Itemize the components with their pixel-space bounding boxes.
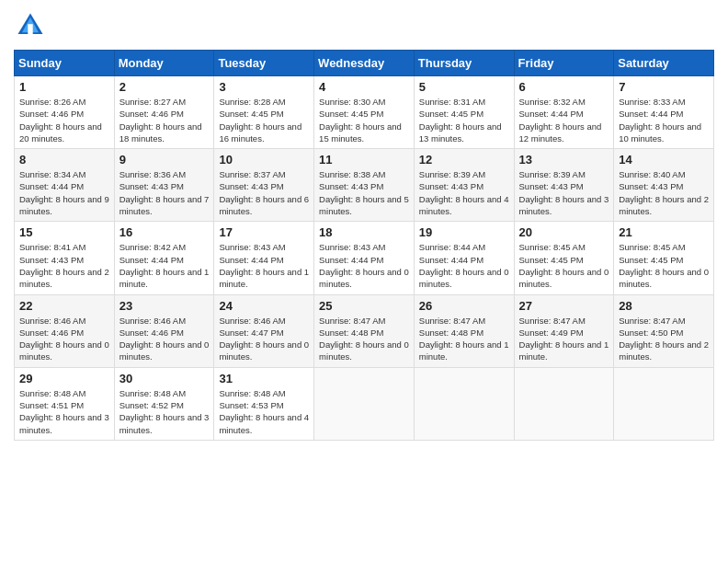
- day-number: 15: [19, 225, 109, 239]
- day-number: 19: [419, 225, 509, 239]
- day-number: 30: [119, 372, 210, 385]
- day-cell-16: 16Sunrise: 8:42 AMSunset: 4:44 PMDayligh…: [114, 222, 214, 294]
- day-number: 31: [219, 372, 309, 385]
- day-cell-26: 26Sunrise: 8:47 AMSunset: 4:48 PMDayligh…: [414, 294, 514, 367]
- week-row-5: 29Sunrise: 8:48 AMSunset: 4:51 PMDayligh…: [15, 367, 714, 440]
- page: SundayMondayTuesdayWednesdayThursdayFrid…: [0, 0, 728, 454]
- day-info: Sunrise: 8:47 AMSunset: 4:50 PMDaylight:…: [619, 315, 709, 363]
- day-cell-13: 13Sunrise: 8:39 AMSunset: 4:43 PMDayligh…: [514, 149, 614, 222]
- day-info: Sunrise: 8:47 AMSunset: 4:49 PMDaylight:…: [519, 315, 609, 363]
- day-number: 18: [319, 225, 409, 239]
- day-info: Sunrise: 8:30 AMSunset: 4:45 PMDaylight:…: [319, 96, 409, 144]
- day-number: 22: [19, 299, 109, 313]
- header: [14, 9, 714, 42]
- day-info: Sunrise: 8:40 AMSunset: 4:43 PMDaylight:…: [619, 168, 709, 217]
- week-row-3: 15Sunrise: 8:41 AMSunset: 4:43 PMDayligh…: [15, 222, 714, 294]
- day-number: 7: [619, 80, 709, 94]
- empty-cell: [514, 367, 614, 440]
- day-number: 10: [219, 153, 309, 167]
- week-row-4: 22Sunrise: 8:46 AMSunset: 4:46 PMDayligh…: [15, 294, 714, 367]
- day-info: Sunrise: 8:46 AMSunset: 4:46 PMDaylight:…: [119, 315, 210, 363]
- empty-cell: [314, 367, 415, 440]
- day-number: 9: [119, 153, 210, 167]
- day-info: Sunrise: 8:27 AMSunset: 4:46 PMDaylight:…: [119, 96, 210, 144]
- day-info: Sunrise: 8:43 AMSunset: 4:44 PMDaylight:…: [319, 241, 409, 290]
- day-cell-9: 9Sunrise: 8:36 AMSunset: 4:43 PMDaylight…: [114, 149, 214, 222]
- day-cell-4: 4Sunrise: 8:30 AMSunset: 4:45 PMDaylight…: [314, 76, 415, 149]
- day-number: 8: [19, 153, 109, 167]
- day-cell-19: 19Sunrise: 8:44 AMSunset: 4:44 PMDayligh…: [414, 222, 514, 294]
- day-info: Sunrise: 8:38 AMSunset: 4:43 PMDaylight:…: [319, 168, 409, 217]
- empty-cell: [414, 367, 514, 440]
- day-info: Sunrise: 8:34 AMSunset: 4:44 PMDaylight:…: [19, 168, 109, 217]
- day-number: 3: [219, 80, 309, 94]
- logo: [14, 9, 52, 42]
- day-number: 12: [419, 153, 509, 167]
- day-info: Sunrise: 8:36 AMSunset: 4:43 PMDaylight:…: [119, 168, 210, 217]
- day-cell-6: 6Sunrise: 8:32 AMSunset: 4:44 PMDaylight…: [514, 76, 614, 149]
- day-cell-22: 22Sunrise: 8:46 AMSunset: 4:46 PMDayligh…: [15, 294, 115, 367]
- day-info: Sunrise: 8:41 AMSunset: 4:43 PMDaylight:…: [19, 241, 109, 290]
- weekday-header-monday: Monday: [114, 51, 214, 76]
- day-number: 29: [19, 372, 109, 385]
- day-number: 14: [619, 153, 709, 167]
- day-number: 5: [419, 80, 509, 94]
- day-cell-21: 21Sunrise: 8:45 AMSunset: 4:45 PMDayligh…: [614, 222, 714, 294]
- day-info: Sunrise: 8:32 AMSunset: 4:44 PMDaylight:…: [519, 96, 609, 144]
- day-info: Sunrise: 8:43 AMSunset: 4:44 PMDaylight:…: [219, 241, 309, 290]
- day-info: Sunrise: 8:31 AMSunset: 4:45 PMDaylight:…: [419, 96, 509, 144]
- day-cell-12: 12Sunrise: 8:39 AMSunset: 4:43 PMDayligh…: [414, 149, 514, 222]
- day-info: Sunrise: 8:39 AMSunset: 4:43 PMDaylight:…: [519, 168, 609, 217]
- day-cell-14: 14Sunrise: 8:40 AMSunset: 4:43 PMDayligh…: [614, 149, 714, 222]
- day-number: 23: [119, 299, 210, 313]
- day-cell-23: 23Sunrise: 8:46 AMSunset: 4:46 PMDayligh…: [114, 294, 214, 367]
- day-info: Sunrise: 8:48 AMSunset: 4:53 PMDaylight:…: [219, 387, 309, 436]
- day-info: Sunrise: 8:47 AMSunset: 4:48 PMDaylight:…: [319, 315, 409, 363]
- day-cell-10: 10Sunrise: 8:37 AMSunset: 4:43 PMDayligh…: [214, 149, 314, 222]
- day-info: Sunrise: 8:39 AMSunset: 4:43 PMDaylight:…: [419, 168, 509, 217]
- day-info: Sunrise: 8:28 AMSunset: 4:45 PMDaylight:…: [219, 96, 309, 144]
- day-number: 2: [119, 80, 210, 94]
- day-number: 4: [319, 80, 409, 94]
- day-number: 6: [519, 80, 609, 94]
- day-cell-25: 25Sunrise: 8:47 AMSunset: 4:48 PMDayligh…: [314, 294, 415, 367]
- day-info: Sunrise: 8:46 AMSunset: 4:47 PMDaylight:…: [219, 315, 309, 363]
- day-cell-18: 18Sunrise: 8:43 AMSunset: 4:44 PMDayligh…: [314, 222, 415, 294]
- day-number: 17: [219, 225, 309, 239]
- day-number: 11: [319, 153, 409, 167]
- day-info: Sunrise: 8:33 AMSunset: 4:44 PMDaylight:…: [619, 96, 709, 144]
- svg-rect-2: [28, 24, 32, 34]
- day-number: 20: [519, 225, 609, 239]
- day-number: 21: [619, 225, 709, 239]
- day-info: Sunrise: 8:47 AMSunset: 4:48 PMDaylight:…: [419, 315, 509, 363]
- day-cell-5: 5Sunrise: 8:31 AMSunset: 4:45 PMDaylight…: [414, 76, 514, 149]
- weekday-header-tuesday: Tuesday: [214, 51, 314, 76]
- day-number: 24: [219, 299, 309, 313]
- day-cell-24: 24Sunrise: 8:46 AMSunset: 4:47 PMDayligh…: [214, 294, 314, 367]
- day-info: Sunrise: 8:48 AMSunset: 4:51 PMDaylight:…: [19, 387, 109, 436]
- week-row-2: 8Sunrise: 8:34 AMSunset: 4:44 PMDaylight…: [15, 149, 714, 222]
- day-info: Sunrise: 8:48 AMSunset: 4:52 PMDaylight:…: [119, 387, 210, 436]
- weekday-header-thursday: Thursday: [414, 51, 514, 76]
- weekday-header-row: SundayMondayTuesdayWednesdayThursdayFrid…: [15, 51, 714, 76]
- day-cell-15: 15Sunrise: 8:41 AMSunset: 4:43 PMDayligh…: [15, 222, 115, 294]
- weekday-header-friday: Friday: [514, 51, 614, 76]
- day-info: Sunrise: 8:45 AMSunset: 4:45 PMDaylight:…: [619, 241, 709, 290]
- day-number: 27: [519, 299, 609, 313]
- day-cell-1: 1Sunrise: 8:26 AMSunset: 4:46 PMDaylight…: [15, 76, 115, 149]
- day-number: 28: [619, 299, 709, 313]
- day-cell-11: 11Sunrise: 8:38 AMSunset: 4:43 PMDayligh…: [314, 149, 415, 222]
- day-cell-28: 28Sunrise: 8:47 AMSunset: 4:50 PMDayligh…: [614, 294, 714, 367]
- day-number: 13: [519, 153, 609, 167]
- day-number: 26: [419, 299, 509, 313]
- weekday-header-wednesday: Wednesday: [314, 51, 415, 76]
- day-cell-7: 7Sunrise: 8:33 AMSunset: 4:44 PMDaylight…: [614, 76, 714, 149]
- day-number: 1: [19, 80, 109, 94]
- day-cell-30: 30Sunrise: 8:48 AMSunset: 4:52 PMDayligh…: [114, 367, 214, 440]
- day-cell-20: 20Sunrise: 8:45 AMSunset: 4:45 PMDayligh…: [514, 222, 614, 294]
- calendar-table: SundayMondayTuesdayWednesdayThursdayFrid…: [14, 50, 714, 441]
- day-cell-17: 17Sunrise: 8:43 AMSunset: 4:44 PMDayligh…: [214, 222, 314, 294]
- day-cell-31: 31Sunrise: 8:48 AMSunset: 4:53 PMDayligh…: [214, 367, 314, 440]
- day-number: 16: [119, 225, 210, 239]
- day-info: Sunrise: 8:46 AMSunset: 4:46 PMDaylight:…: [19, 315, 109, 363]
